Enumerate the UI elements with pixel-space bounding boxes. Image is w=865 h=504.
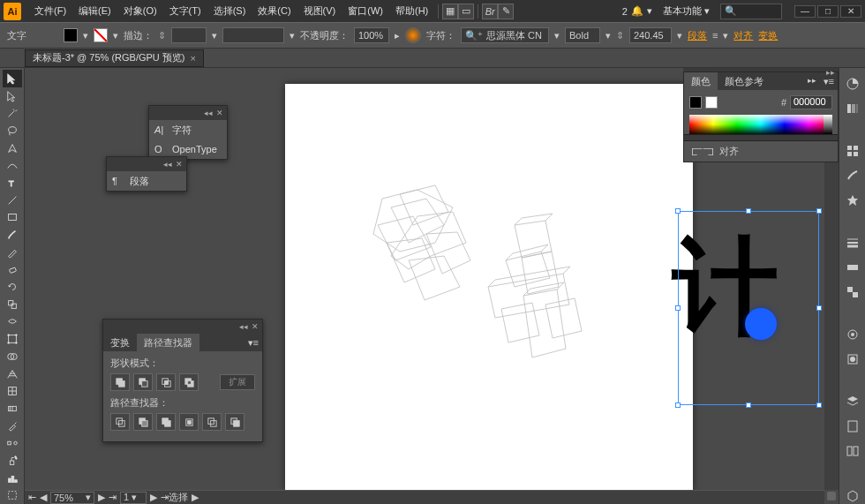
prev-artboard-icon[interactable]: ◀	[40, 492, 47, 503]
notifications[interactable]: 2 🔔 ▾	[622, 5, 652, 17]
gradient-tool[interactable]	[3, 400, 22, 417]
collapse-icon[interactable]: ▸▸	[826, 68, 835, 71]
transparency-panel-icon[interactable]	[844, 283, 861, 301]
width-tool[interactable]	[3, 313, 22, 331]
paragraph-panel-item[interactable]: ¶ 段落	[107, 171, 186, 191]
scale-tool[interactable]	[3, 296, 22, 313]
selection-bounding-box[interactable]: 计	[678, 211, 819, 405]
resize-handle[interactable]	[746, 208, 751, 214]
close-icon[interactable]: ✕	[176, 160, 183, 169]
tab-pathfinder[interactable]: 路径查找器	[137, 334, 199, 351]
window-maximize[interactable]: □	[817, 5, 839, 18]
panel-header[interactable]: ◂◂ ✕	[149, 106, 227, 120]
close-tab-icon[interactable]: ×	[191, 53, 196, 64]
asset-export-panel-icon[interactable]	[844, 417, 861, 435]
recolor-icon[interactable]	[405, 27, 421, 43]
collapse-icon[interactable]: ◂◂	[163, 160, 172, 169]
direct-selection-tool[interactable]	[3, 87, 22, 105]
tab-color[interactable]: 颜色	[684, 72, 718, 90]
collapse-icon[interactable]: ◂◂	[204, 109, 213, 117]
dropdown-icon[interactable]: ▾	[212, 30, 217, 41]
panel-header[interactable]: ◂◂ ✕	[103, 320, 262, 334]
opacity-input[interactable]: 100%	[354, 27, 389, 43]
color-guide-panel-icon[interactable]	[844, 100, 861, 117]
first-artboard-icon[interactable]: ⇤	[28, 492, 36, 503]
nav-last-icon[interactable]: ⇥	[161, 492, 169, 503]
lasso-tool[interactable]	[3, 122, 22, 139]
search-input[interactable]: 🔍	[720, 4, 782, 19]
menu-object[interactable]: 对象(O)	[117, 4, 163, 18]
tab-color-guide[interactable]: 颜色参考	[718, 72, 771, 90]
swatches-panel-icon[interactable]	[844, 142, 861, 160]
nav-next-icon[interactable]: ▶	[150, 492, 157, 503]
color-spectrum[interactable]	[689, 115, 832, 134]
color-panel-icon[interactable]	[844, 75, 861, 93]
dropdown-icon[interactable]: ▾	[83, 30, 88, 41]
pen-tool[interactable]	[3, 139, 22, 157]
panel-menu-icon[interactable]: ▾≡	[244, 337, 262, 349]
layers-panel-icon[interactable]	[844, 393, 861, 410]
stroke-panel-icon[interactable]	[844, 234, 861, 252]
stroke-weight-input[interactable]	[171, 27, 207, 43]
close-icon[interactable]: ✕	[216, 109, 223, 117]
paintbrush-tool[interactable]	[3, 226, 22, 244]
resize-handle[interactable]	[816, 402, 822, 408]
arrange-icon[interactable]: ▭	[458, 4, 474, 19]
eraser-tool[interactable]	[3, 261, 22, 279]
stepper-icon[interactable]: ⇕	[616, 30, 624, 41]
resize-handle[interactable]	[746, 402, 751, 408]
resize-handle[interactable]	[675, 402, 681, 408]
fill-swatch[interactable]	[64, 28, 78, 42]
dropdown-icon[interactable]: ▸	[395, 30, 400, 41]
paragraph-panel-collapsed[interactable]: ◂◂ ✕ ¶ 段落	[106, 156, 187, 192]
blend-tool[interactable]	[3, 434, 22, 452]
status-arrow-icon[interactable]: ▶	[192, 492, 199, 503]
artboards-panel-icon[interactable]	[844, 442, 861, 460]
menu-effect[interactable]: 效果(C)	[252, 4, 297, 18]
magic-wand-tool[interactable]	[3, 104, 22, 122]
symbols-panel-icon[interactable]	[844, 192, 861, 209]
outlined-artwork[interactable]	[347, 172, 629, 410]
character-panel-collapsed[interactable]: ◂◂ ✕ A| 字符 O OpenType	[148, 105, 228, 160]
resize-handle[interactable]	[816, 208, 822, 214]
minus-front-button[interactable]	[133, 373, 153, 391]
window-close[interactable]: ✕	[840, 5, 861, 18]
document-tab[interactable]: 未标题-3* @ 75% (RGB/GPU 预览) ×	[25, 49, 204, 67]
crop-button[interactable]	[179, 413, 199, 431]
close-icon[interactable]: ✕	[252, 322, 259, 331]
hex-input[interactable]: 000000	[790, 95, 832, 109]
menu-edit[interactable]: 编辑(E)	[72, 4, 117, 18]
stroke-color-swatch[interactable]	[705, 96, 718, 109]
pencil-tool[interactable]	[3, 244, 22, 261]
dropdown-icon[interactable]: ▾	[606, 30, 611, 41]
shape-builder-tool[interactable]	[3, 348, 22, 365]
menu-type[interactable]: 文字(T)	[163, 4, 207, 18]
selection-tool[interactable]	[3, 70, 22, 87]
dropdown-icon[interactable]: ▾	[677, 30, 682, 41]
font-weight-input[interactable]: Bold	[565, 27, 600, 43]
divide-button[interactable]	[110, 413, 130, 431]
next-artboard-icon[interactable]: ▶	[98, 492, 105, 503]
menu-help[interactable]: 帮助(H)	[389, 4, 434, 18]
symbol-sprayer-tool[interactable]	[3, 452, 22, 470]
align-link[interactable]: 对齐	[733, 29, 753, 42]
rectangle-tool[interactable]	[3, 209, 22, 227]
scroll-thumb[interactable]	[827, 492, 836, 500]
dropdown-icon[interactable]: ▾	[290, 30, 295, 41]
minus-back-button[interactable]	[225, 413, 244, 431]
brushes-panel-icon[interactable]	[844, 167, 861, 184]
collapse-icon[interactable]: ▸▸	[804, 76, 820, 87]
transform-link[interactable]: 变换	[758, 29, 778, 42]
stepper-icon[interactable]: ⇕	[158, 30, 166, 41]
menu-view[interactable]: 视图(V)	[297, 4, 342, 18]
menu-window[interactable]: 窗口(W)	[342, 4, 389, 18]
resize-handle[interactable]	[675, 305, 681, 311]
artboard-nav-input[interactable]: 1 ▾	[120, 492, 147, 504]
unite-button[interactable]	[110, 373, 130, 391]
panel-separator[interactable]	[684, 134, 838, 141]
dropdown-icon[interactable]: ▾	[554, 30, 560, 41]
font-size-input[interactable]: 240.45	[629, 27, 672, 43]
window-minimize[interactable]: —	[794, 5, 816, 18]
paragraph-link[interactable]: 段落	[688, 29, 707, 42]
artboard[interactable]	[285, 84, 693, 492]
